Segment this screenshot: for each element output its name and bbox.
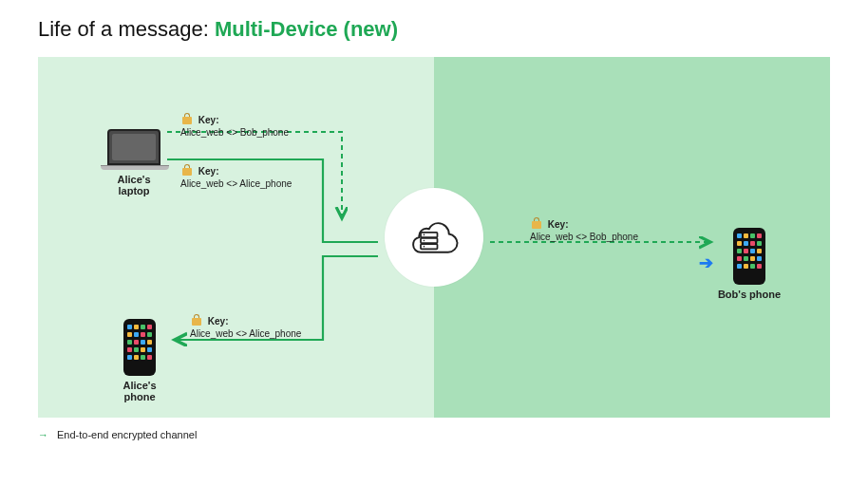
- server-cloud-icon: [401, 213, 467, 262]
- key-label-1: Key: Alice_web <> Bob_phone: [180, 110, 289, 139]
- lock-icon: [180, 112, 194, 125]
- svg-point-5: [424, 246, 425, 248]
- bob-phone-label: Bob's phone: [716, 289, 783, 300]
- laptop-icon: [107, 129, 160, 165]
- server-node: [385, 188, 483, 287]
- phone-icon: [733, 228, 765, 285]
- key-label-4: Key: Alice_web <> Bob_phone: [530, 215, 638, 243]
- alice-laptop: Alice's laptop: [101, 129, 167, 196]
- lock-icon: [190, 313, 203, 326]
- svg-rect-1: [421, 238, 438, 243]
- alice-laptop-label: Alice's laptop: [101, 174, 167, 196]
- alice-phone: Alice's phone: [112, 319, 167, 402]
- diagram-panel: Alice's laptop Alice's phone ➔ Bob's pho…: [38, 57, 830, 418]
- incoming-arrow-icon: ➔: [699, 252, 713, 273]
- bob-phone: ➔ Bob's phone: [716, 228, 783, 300]
- key-pair-4: Alice_web <> Bob_phone: [530, 232, 638, 242]
- legend-text: End-to-end encrypted channel: [57, 429, 197, 440]
- phone-icon: [123, 319, 156, 376]
- key-label-2: Key: Alice_web <> Alice_phone: [180, 161, 292, 190]
- lock-icon: [530, 216, 543, 230]
- page-title: Life of a message: Multi-Device (new): [38, 17, 398, 42]
- alice-phone-label: Alice's phone: [112, 380, 167, 402]
- svg-rect-0: [421, 233, 438, 237]
- key-pair-1: Alice_web <> Bob_phone: [180, 127, 289, 138]
- legend-arrow-icon: →: [38, 429, 49, 440]
- svg-point-3: [424, 234, 425, 236]
- svg-point-4: [424, 240, 425, 242]
- legend: → End-to-end encrypted channel: [38, 429, 197, 440]
- lock-icon: [180, 163, 194, 177]
- key-pair-3: Alice_web <> Alice_phone: [190, 328, 301, 339]
- title-prefix: Life of a message:: [38, 17, 215, 41]
- svg-rect-2: [421, 244, 438, 249]
- title-emph: Multi-Device (new): [215, 17, 398, 41]
- key-pair-2: Alice_web <> Alice_phone: [180, 178, 292, 189]
- key-label-3: Key: Alice_web <> Alice_phone: [190, 311, 301, 340]
